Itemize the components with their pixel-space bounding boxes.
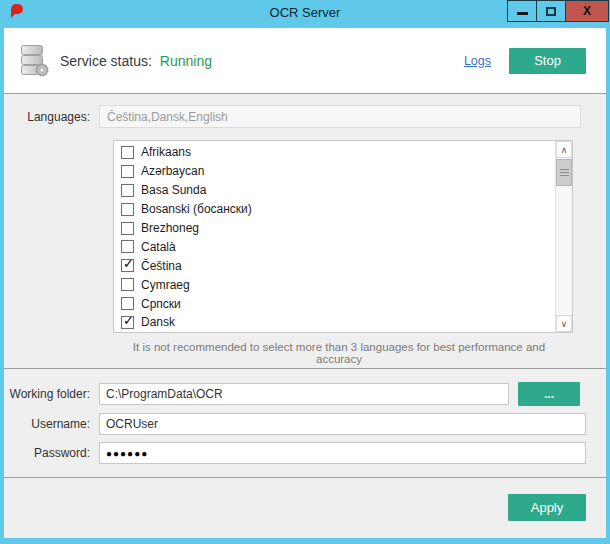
checkbox-icon[interactable] <box>121 222 134 235</box>
language-row[interactable]: Azərbaycan <box>114 162 572 181</box>
app-window: OCR Server X <box>0 0 610 544</box>
checkbox-checked-icon[interactable]: ✓ <box>121 259 134 272</box>
language-label: Azərbaycan <box>141 164 204 178</box>
checkbox-icon[interactable] <box>121 184 134 197</box>
server-gear-icon <box>20 44 50 78</box>
language-row[interactable]: Brezhoneg <box>114 219 572 238</box>
service-status-label: Service status: <box>60 53 152 69</box>
logs-link[interactable]: Logs <box>464 54 491 68</box>
password-label: Password: <box>4 446 99 460</box>
languages-label: Languages: <box>4 110 99 124</box>
scrollbar-grip-icon <box>560 169 569 177</box>
scroll-up-icon[interactable]: ∧ <box>556 141 572 158</box>
checkbox-icon[interactable] <box>121 203 134 216</box>
scrollbar[interactable]: ∧ ∨ <box>555 141 572 332</box>
checkbox-checked-icon[interactable]: ✓ <box>121 316 134 329</box>
settings-panel: Working folder: ... Username: Password: <box>4 369 606 477</box>
language-label: Afrikaans <box>141 145 191 159</box>
language-row[interactable]: Cymraeg <box>114 275 572 294</box>
minimize-button[interactable] <box>507 0 537 22</box>
checkbox-icon[interactable] <box>121 297 134 310</box>
language-list[interactable]: AfrikaansAzərbaycanBasa SundaBosanski (б… <box>113 140 573 333</box>
check-icon: ✓ <box>123 256 134 271</box>
language-label: Dansk <box>141 315 175 329</box>
check-icon: ✓ <box>123 313 134 328</box>
language-row[interactable]: Bosanski (босански) <box>114 200 572 219</box>
browse-button[interactable]: ... <box>518 382 580 406</box>
title-bar: OCR Server X <box>0 0 610 28</box>
checkbox-icon[interactable] <box>121 240 134 253</box>
language-label: Basa Sunda <box>141 183 206 197</box>
language-row[interactable]: Deutsch <box>114 332 572 333</box>
working-folder-input[interactable] <box>99 383 509 405</box>
language-label: Català <box>141 240 176 254</box>
languages-note: It is not recommended to select more tha… <box>109 341 569 365</box>
language-row[interactable]: Basa Sunda <box>114 181 572 200</box>
scroll-down-icon[interactable]: ∨ <box>556 315 572 332</box>
language-label: Српски <box>141 297 181 311</box>
working-folder-label: Working folder: <box>4 387 99 401</box>
language-label: Cymraeg <box>141 278 190 292</box>
maximize-button[interactable] <box>536 0 566 22</box>
checkbox-icon[interactable] <box>121 165 134 178</box>
stop-button[interactable]: Stop <box>509 48 586 74</box>
window-content: Service status: Running Logs Stop Langua… <box>4 28 606 538</box>
username-label: Username: <box>4 417 99 431</box>
close-button[interactable]: X <box>565 0 609 22</box>
minimize-icon <box>517 12 528 15</box>
apply-button[interactable]: Apply <box>508 494 586 521</box>
language-row[interactable]: ✓Dansk <box>114 313 572 332</box>
language-label: Čeština <box>141 259 182 273</box>
checkbox-icon[interactable] <box>121 146 134 159</box>
language-row[interactable]: Српски <box>114 294 572 313</box>
maximize-icon <box>546 7 556 16</box>
language-label: Brezhoneg <box>141 221 199 235</box>
language-label: Bosanski (босански) <box>141 202 252 216</box>
language-list-rows: AfrikaansAzərbaycanBasa SundaBosanski (б… <box>114 141 572 333</box>
username-input[interactable] <box>99 413 586 435</box>
selected-languages-input[interactable] <box>99 105 581 128</box>
service-status-bar: Service status: Running Logs Stop <box>4 28 606 93</box>
window-controls: X <box>508 0 609 22</box>
footer-bar: Apply <box>4 478 606 538</box>
checkbox-icon[interactable] <box>121 278 134 291</box>
language-row[interactable]: Català <box>114 237 572 256</box>
language-row[interactable]: ✓Čeština <box>114 256 572 275</box>
scrollbar-thumb[interactable] <box>556 159 572 186</box>
password-input[interactable] <box>99 442 586 464</box>
service-status-value: Running <box>160 53 212 69</box>
languages-panel: Languages: AfrikaansAzərbaycanBasa Sunda… <box>4 94 606 368</box>
language-row[interactable]: Afrikaans <box>114 143 572 162</box>
